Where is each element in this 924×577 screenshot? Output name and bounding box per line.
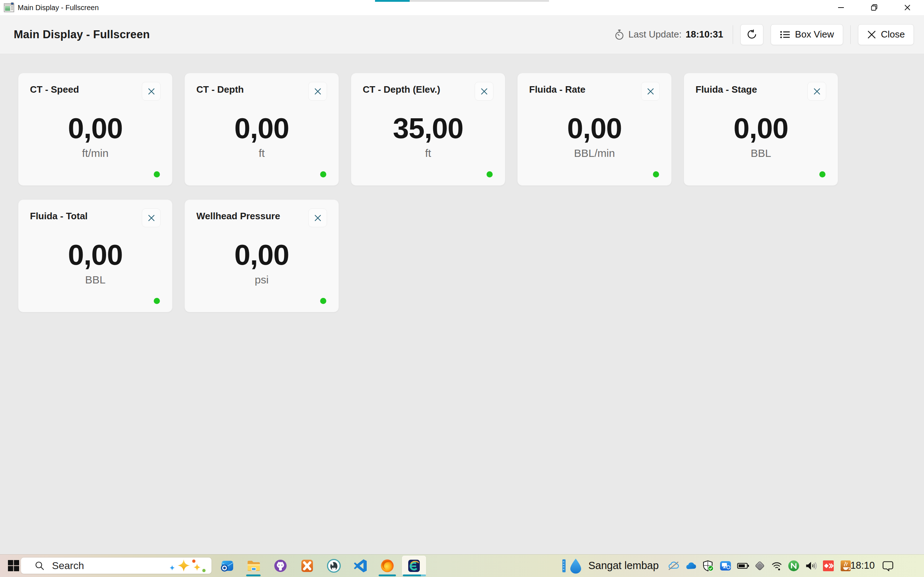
tray-group-b [754,554,851,577]
card-value: 0,00 [196,114,327,143]
weather-label: Sangat lembap [588,560,659,572]
box-view-button[interactable]: Box View [771,24,843,45]
header-divider [733,25,733,44]
remote-diamond-icon[interactable] [754,560,766,572]
card-value: 35,00 [363,114,493,143]
search-icon [35,561,45,571]
card-close-button[interactable] [308,82,327,101]
card-value: 0,00 [30,114,161,143]
close-x-icon [147,213,156,223]
list-view-icon [780,29,790,40]
card-title: Fluida - Rate [529,84,660,95]
java-icon[interactable] [840,560,851,572]
card-title: Wellhead Pressure [196,211,327,222]
onedrive-offline-icon[interactable] [668,561,679,571]
window-titlebar: Main Display - Fullscreen [0,0,924,15]
card-value: 0,00 [196,240,327,269]
main-display-app-icon [406,558,422,574]
card-close-button[interactable] [308,208,327,227]
taskbar-app-file-explorer[interactable] [242,556,266,575]
metric-card: Wellhead Pressure 0,00 psi [184,200,339,312]
card-close-button[interactable] [641,82,660,101]
window-restore-button[interactable] [858,0,891,15]
last-update-time: 18:10:31 [686,29,723,40]
stopwatch-icon [614,29,624,40]
taskbar-app-main-display-active[interactable] [402,556,426,575]
metric-cards-grid: CT - Speed 0,00 ft/min CT - Depth 0,00 f… [0,54,924,312]
anydesk-icon[interactable] [822,560,834,572]
card-unit: BBL [30,274,161,286]
close-x-icon [313,87,323,96]
battery-icon[interactable] [737,561,749,571]
taskbar-app-vscode[interactable] [349,556,373,575]
metric-card: CT - Depth (Elev.) 35,00 ft [351,73,505,186]
status-dot-green [819,171,825,177]
minimize-icon [837,3,845,11]
close-icon [903,3,911,11]
card-close-button[interactable] [808,82,826,101]
window-minimize-button[interactable] [824,0,858,15]
taskbar-search[interactable] [21,558,212,574]
close-x-icon [646,87,656,96]
notification-bubble-icon [882,561,894,571]
card-title: CT - Speed [30,84,161,95]
notification-center-button[interactable] [882,554,894,577]
close-x-icon [867,30,876,39]
search-input[interactable] [52,560,135,572]
wifi-icon[interactable] [771,561,782,571]
taskbar-clock[interactable]: 18:10 [850,554,875,577]
close-x-icon [147,87,156,96]
card-title: CT - Depth [196,84,327,95]
card-value: 0,00 [529,114,660,143]
windows-logo-icon [8,560,19,571]
card-title: Fluida - Stage [696,84,826,95]
window-title: Main Display - Fullscreen [18,3,99,12]
metric-card: Fluida - Rate 0,00 BBL/min [517,73,672,186]
taskbar-weather-widget[interactable]: Sangat lembap [562,554,659,577]
volume-icon[interactable] [805,561,817,571]
taskbar-app-outlook[interactable] [215,556,239,575]
card-title: CT - Depth (Elev.) [363,84,493,95]
close-view-button[interactable]: Close [858,24,914,45]
taskbar-app-github-desktop[interactable] [268,556,292,575]
onedrive-icon[interactable] [685,561,696,570]
status-dot-green [320,171,326,177]
taskbar-app-dbeaver[interactable] [322,556,346,575]
card-close-button[interactable] [475,82,493,101]
firefox-icon [380,558,395,574]
running-indicator-file-explorer [246,574,261,576]
card-value: 0,00 [696,114,826,143]
card-unit: BBL/min [529,147,660,160]
status-dot-green [154,171,160,177]
outlook-icon [220,558,234,574]
tray-group-a [668,554,749,577]
top-progress-bar-track [410,0,549,2]
last-update-label: Last Update: [628,29,682,40]
intel-graphics-icon[interactable] [720,561,731,571]
taskbar-app-xampp[interactable] [295,556,319,575]
close-x-icon [812,87,822,96]
card-unit: BBL [696,147,826,160]
copilot-sparkles-icon [167,558,209,574]
file-explorer-icon [246,558,261,574]
card-close-button[interactable] [142,82,161,101]
restore-icon [870,3,878,11]
close-x-icon [479,87,489,96]
card-unit: psi [196,274,327,286]
running-indicator-active-app [403,574,426,576]
github-desktop-icon [273,558,288,574]
card-unit: ft [363,147,493,160]
dbeaver-icon [326,558,341,574]
metric-card: CT - Speed 0,00 ft/min [18,73,173,186]
metric-card: Fluida - Stage 0,00 BBL [683,73,838,186]
card-close-button[interactable] [142,208,161,227]
window-close-button[interactable] [891,0,924,15]
running-indicator-firefox [379,574,396,576]
start-button[interactable] [8,560,19,571]
refresh-button[interactable] [740,24,763,45]
taskbar-app-firefox[interactable] [375,556,399,575]
windows-security-icon[interactable] [703,560,714,572]
metric-card: Fluida - Total 0,00 BBL [18,200,173,312]
green-n-app-icon[interactable] [788,560,800,572]
last-update-group: Last Update: 18:10:31 [614,29,723,40]
